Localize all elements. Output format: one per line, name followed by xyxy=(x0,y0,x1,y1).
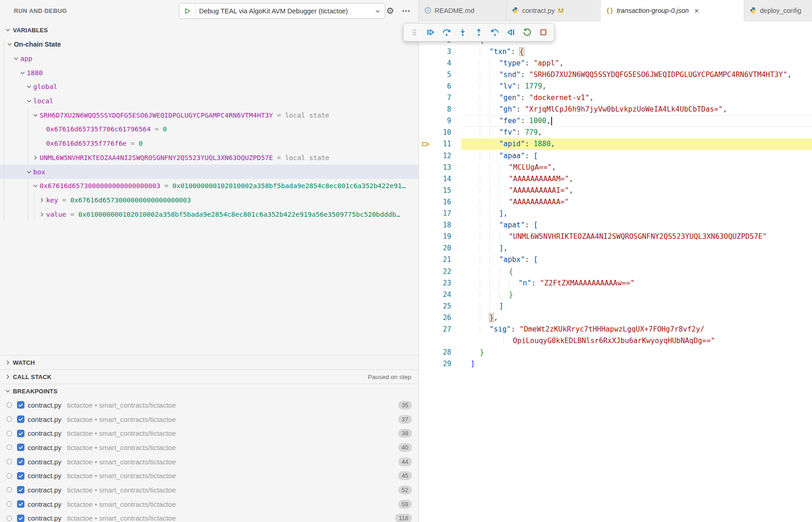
code-line[interactable]: 7"gen": "dockernet-v1", xyxy=(419,92,812,104)
line-number: 20 xyxy=(419,244,451,252)
breakpoint-checkbox[interactable] xyxy=(17,458,24,465)
indent-guide xyxy=(480,221,489,229)
token: "sig" xyxy=(489,325,511,333)
code-line[interactable]: 11"apid": 1880, xyxy=(419,138,812,150)
code-content: "fee": 1000, xyxy=(471,117,552,125)
breakpoint-row[interactable]: contract.pytictactoe • smart_contracts/t… xyxy=(0,511,418,522)
tree-row[interactable]: SRH6D7XU2N6WQQ5SSYDQFG5ESO6JWEQIDPGLUGYC… xyxy=(0,108,418,122)
breakpoint-checkbox[interactable] xyxy=(17,486,24,493)
breakpoint-checkbox[interactable] xyxy=(17,515,24,522)
code-line[interactable]: 28} xyxy=(419,347,812,358)
code-line[interactable]: 12"apaa": [ xyxy=(419,150,812,161)
code-line[interactable]: 17], xyxy=(419,208,812,219)
step-into-icon[interactable] xyxy=(457,26,469,38)
code-line[interactable]: 20], xyxy=(419,243,812,254)
breakpoint-row[interactable]: contract.pytictactoe • smart_contracts/t… xyxy=(0,483,418,497)
breakpoint-checkbox[interactable] xyxy=(17,472,24,480)
code-line[interactable]: 10"fv": 779, xyxy=(419,127,812,138)
breakpoint-row[interactable]: contract.pytictactoe • smart_contracts/t… xyxy=(0,398,418,412)
continue-icon[interactable] xyxy=(424,26,436,38)
breakpoint-checkbox[interactable] xyxy=(17,500,24,508)
breakpoints-section-header[interactable]: BREAKPOINTS xyxy=(0,384,418,398)
token: OpiLouqyG0kkEDLBNlsr6RxXJbu6arKwyoyqHUbN… xyxy=(513,337,715,345)
reverse-continue-icon[interactable] xyxy=(505,26,517,38)
code-line[interactable]: 4"type": "appl", xyxy=(419,57,812,69)
tree-row[interactable]: global xyxy=(0,80,418,94)
breakpoint-row[interactable]: contract.pytictactoe • smart_contracts/t… xyxy=(0,455,418,469)
tree-row[interactable]: 0x67616d65735f776f6e = 0 xyxy=(0,136,418,151)
code-line[interactable]: 3"txn": { xyxy=(419,46,812,57)
drag-handle[interactable] xyxy=(408,26,420,38)
start-debug-button[interactable] xyxy=(179,4,195,18)
code-line[interactable]: 16"AAAAAAAAAAA=" xyxy=(419,196,812,208)
breakpoint-checkbox[interactable] xyxy=(17,444,24,451)
step-back-icon[interactable] xyxy=(489,26,501,38)
breakpoint-row[interactable]: contract.pytictactoe • smart_contracts/t… xyxy=(0,412,418,427)
token: "fv" xyxy=(499,128,516,136)
token: : xyxy=(521,71,530,79)
code-line[interactable]: 15"AAAAAAAAAAI=", xyxy=(419,184,812,196)
code-line[interactable]: 23"n": "Z2FtZXMAAAAAAAAAAw==" xyxy=(419,277,812,289)
tab-transaction-group-json[interactable]: {} transaction-group-0.json × xyxy=(600,0,744,21)
code-line[interactable]: 13"MCLUgA==", xyxy=(419,161,812,173)
code-line[interactable]: 14"AAAAAAAAAAM=", xyxy=(419,173,812,184)
tree-row[interactable]: app xyxy=(0,52,418,66)
step-over-icon[interactable] xyxy=(441,26,453,38)
code-line[interactable]: 26}, xyxy=(419,312,812,323)
tree-row[interactable]: key = 0x67616d6573000000000000000003 xyxy=(0,193,418,208)
stop-icon[interactable] xyxy=(537,26,549,38)
token: "AAAAAAAAAAI=" xyxy=(509,186,569,195)
watch-section-header[interactable]: WATCH xyxy=(0,355,418,369)
indent-guide xyxy=(471,314,480,322)
code-line[interactable]: 5"snd": "SRH6D7XU2N6WQQ5SSYDQFG5ESO6JWEQ… xyxy=(419,69,812,80)
breakpoint-row[interactable]: contract.pytictactoe • smart_contracts/t… xyxy=(0,426,418,440)
tab-contract-py[interactable]: contract.py M xyxy=(506,0,600,21)
code-line[interactable]: 29] xyxy=(419,358,812,370)
breakpoint-file: contract.py xyxy=(28,472,61,480)
tree-row[interactable]: On-chain State xyxy=(0,37,418,52)
tab-deploy-config[interactable]: deploy_config xyxy=(744,0,812,21)
token: : xyxy=(511,47,520,56)
indent-guide xyxy=(471,94,480,102)
breakpoint-checkbox[interactable] xyxy=(17,401,24,409)
indent-guide xyxy=(489,209,499,218)
code-line[interactable]: 9"fee": 1000, xyxy=(419,115,812,127)
step-out-icon[interactable] xyxy=(473,26,485,38)
breakpoint-checkbox[interactable] xyxy=(17,430,24,437)
code-line[interactable]: 8"gh": "XrjqMlCpJ6h9h7jyVw0bLvkpzUoWeIA4… xyxy=(419,104,812,115)
tree-row[interactable]: 0x67616d65735f706c61796564 = 0 xyxy=(0,122,418,136)
debug-config-dropdown[interactable]: Debug TEAL via AlgoKit AVM Debugger (tic… xyxy=(179,3,385,19)
breakpoints-title: BREAKPOINTS xyxy=(13,388,58,395)
code-line[interactable]: 27"sig": "DmeWt2zKUkRryc7tHHHapwzLgqUX+7… xyxy=(419,323,812,335)
variables-section-header[interactable]: VARIABLES xyxy=(0,23,418,37)
variable-value: local state xyxy=(285,112,330,119)
code-line[interactable]: 21"apbx": [ xyxy=(419,254,812,266)
tree-row[interactable]: local xyxy=(0,94,418,108)
code-line[interactable]: 19"UNML6W5NVHRIKTEOZAA4NI2SWQROSGNFNY2QS… xyxy=(419,231,812,243)
tree-row[interactable]: 1880 xyxy=(0,65,418,80)
code-line[interactable]: 22{ xyxy=(419,266,812,277)
call-stack-section-header[interactable]: CALL STACK Paused on step xyxy=(0,369,418,384)
chevron-down-icon xyxy=(25,98,33,104)
tree-row[interactable]: value = 0x010000000102010002a358bf5bada9… xyxy=(0,207,418,221)
code-line[interactable]: 25] xyxy=(419,300,812,312)
close-icon[interactable]: × xyxy=(694,7,699,15)
code-line[interactable]: OpiLouqyG0kkEDLBNlsr6RxXJbu6arKwyoyqHUbN… xyxy=(419,335,812,347)
code-line[interactable]: 6"lv": 1779, xyxy=(419,80,812,92)
indent-guide xyxy=(489,267,499,276)
more-actions-icon[interactable]: ⋯ xyxy=(402,0,411,21)
code-line[interactable]: 18"apat": [ xyxy=(419,219,812,231)
settings-gear-icon[interactable]: ⚙ xyxy=(386,0,394,21)
tree-row[interactable]: 0x67616d6573000000000000000003 = 0x01000… xyxy=(0,179,418,193)
tree-row[interactable]: box xyxy=(0,165,418,179)
json-editor[interactable]: 1[2{3"txn": {4"type": "appl",5"snd": "SR… xyxy=(419,21,812,522)
tab-readme[interactable]: README.md xyxy=(419,0,506,21)
breakpoint-row[interactable]: contract.pytictactoe • smart_contracts/t… xyxy=(0,440,418,455)
tree-row[interactable]: UNML6W5NVHRIKTEOZAA4NI2SWQROSGNFNY2QS523… xyxy=(0,151,418,165)
breakpoint-row[interactable]: contract.pytictactoe • smart_contracts/t… xyxy=(0,497,418,511)
code-line[interactable]: 24} xyxy=(419,289,812,300)
code-content: "txn": { xyxy=(471,47,524,56)
breakpoint-checkbox[interactable] xyxy=(17,415,24,423)
breakpoint-row[interactable]: contract.pytictactoe • smart_contracts/t… xyxy=(0,469,418,483)
restart-icon[interactable] xyxy=(521,26,533,38)
